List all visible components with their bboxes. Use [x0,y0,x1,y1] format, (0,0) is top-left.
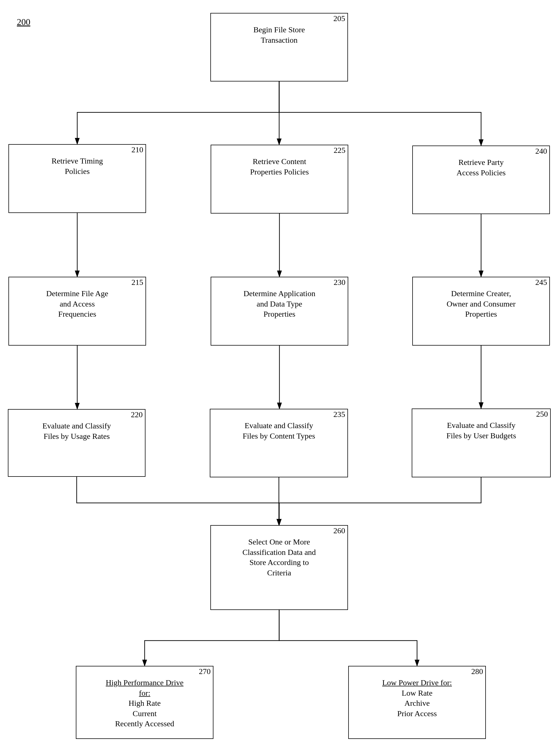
ref-label-200: 200 [17,17,30,27]
node-260: 260 Select One or MoreClassification Dat… [211,525,348,610]
node-280-underline-label: Low Power Drive for: [382,678,452,687]
node-235-number: 235 [211,409,347,419]
node-230-number: 230 [211,277,348,288]
node-250-label: Evaluate and ClassifyFiles by User Budge… [412,419,550,443]
node-210-label: Retrieve TimingPolicies [9,155,145,179]
node-220-label: Evaluate and ClassifyFiles by Usage Rate… [8,420,145,444]
node-240: 240 Retrieve PartyAccess Policies [412,145,550,214]
node-210-number: 210 [9,145,145,155]
node-270-label: High Performance Drivefor: High RateCurr… [76,676,213,732]
node-280-label: Low Power Drive for: Low RateArchivePrio… [349,676,485,722]
node-250: 250 Evaluate and ClassifyFiles by User B… [412,409,551,477]
node-240-label: Retrieve PartyAccess Policies [413,156,549,181]
node-280: 280 Low Power Drive for: Low RateArchive… [348,666,486,739]
node-215: 215 Determine File Ageand AccessFrequenc… [8,277,146,345]
node-245-label: Determine Creater,Owner and ConsumerProp… [413,288,549,322]
connectors [0,0,560,751]
node-235: 235 Evaluate and ClassifyFiles by Conten… [210,409,348,477]
node-220: 220 Evaluate and ClassifyFiles by Usage … [8,409,145,477]
node-260-label: Select One or MoreClassification Data an… [211,536,347,581]
node-205: 205 Begin File StoreTransaction [211,13,348,81]
node-235-label: Evaluate and ClassifyFiles by Content Ty… [211,419,347,444]
node-215-number: 215 [9,277,145,288]
node-245-number: 245 [413,277,549,288]
node-240-number: 240 [413,146,549,156]
node-260-number: 260 [211,526,347,536]
node-215-label: Determine File Ageand AccessFrequencies [9,288,145,322]
node-225-number: 225 [211,145,348,155]
node-210: 210 Retrieve TimingPolicies [8,144,146,213]
flowchart-diagram: 200 [0,0,560,751]
node-225: 225 Retrieve ContentProperties Policies [211,145,348,214]
node-250-number: 250 [412,409,550,419]
node-270: 270 High Performance Drivefor: High Rate… [76,666,214,739]
node-220-number: 220 [8,410,145,420]
node-230: 230 Determine Applicationand Data TypePr… [211,277,348,345]
node-225-label: Retrieve ContentProperties Policies [211,155,348,180]
node-205-label: Begin File StoreTransaction [211,24,347,48]
node-280-number: 280 [349,667,485,676]
node-230-label: Determine Applicationand Data TypeProper… [211,288,348,322]
node-270-number: 270 [76,667,213,676]
node-270-underline-label: High Performance Drivefor: [106,678,184,697]
node-245: 245 Determine Creater,Owner and Consumer… [412,277,550,345]
node-205-number: 205 [211,14,347,24]
